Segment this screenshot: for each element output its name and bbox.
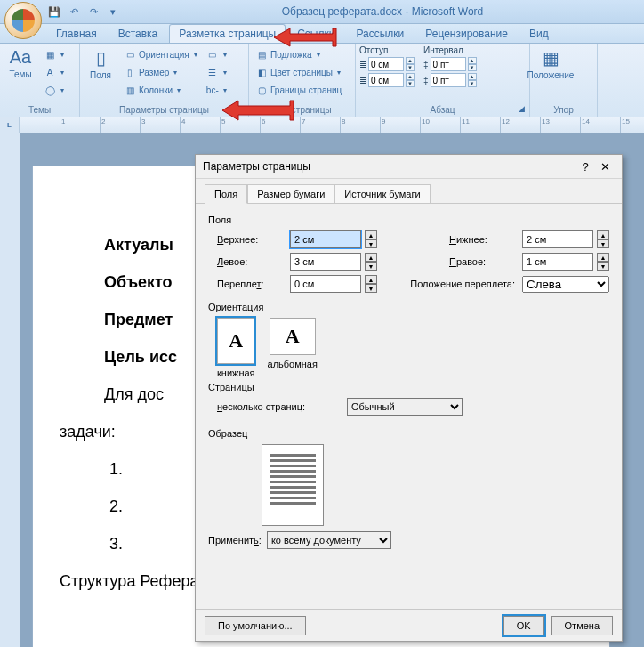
group-arrange-label: Упор [534,105,593,117]
spin-up[interactable]: ▲ [468,73,477,80]
indent-right-icon: ≣ [359,76,366,85]
spin-up[interactable]: ▲ [365,275,377,284]
dialog-tab-margins[interactable]: Поля [205,184,247,204]
tab-mailings[interactable]: Рассылки [346,24,414,43]
spacing-after-icon: ‡ [423,76,429,85]
section-margins-label: Поля [208,214,609,225]
effects-icon: ◯ [44,85,56,95]
page-setup-dialog: Параметры страницы ? ✕ Поля Размер бумаг… [195,154,623,642]
spin-down[interactable]: ▼ [365,284,377,293]
hyphenation-button[interactable]: bc‐ [204,82,229,99]
right-margin-label: Правое: [449,256,519,267]
top-margin-input[interactable] [290,230,361,248]
tab-insert[interactable]: Вставка [109,24,168,43]
page-setup-launcher[interactable]: ◢ [234,102,246,115]
spin-up[interactable]: ▲ [406,73,415,80]
page-borders-button[interactable]: ▢Границы страниц [253,82,344,99]
spin-down[interactable]: ▼ [468,80,477,87]
gutter-input[interactable] [290,275,361,293]
spin-up[interactable]: ▲ [468,57,477,64]
dialog-title: Параметры страницы [203,160,576,173]
cancel-button[interactable]: Отмена [551,616,613,635]
tab-page-layout[interactable]: Разметка страницы [169,24,286,43]
qat-undo-icon[interactable]: ↶ [66,4,82,20]
palette-icon: ▦ [44,50,56,60]
theme-colors-button[interactable]: ▦ [41,46,67,63]
close-button[interactable]: ✕ [595,160,615,174]
tab-references[interactable]: Ссылки [287,24,344,43]
indent-title: Отступ [359,45,415,55]
spin-down[interactable]: ▼ [406,80,415,87]
left-margin-input[interactable] [290,253,361,271]
dialog-tab-source[interactable]: Источник бумаги [334,184,430,204]
tab-home[interactable]: Главная [46,24,107,43]
apply-to-select[interactable]: ко всему документу [267,531,391,549]
watermark-icon: ▤ [255,50,268,60]
ruler-corner[interactable]: L [0,117,20,133]
spin-up[interactable]: ▲ [406,57,415,64]
office-button[interactable] [4,2,42,39]
spin-down[interactable]: ▼ [597,262,609,271]
spin-down[interactable]: ▼ [365,262,377,271]
spin-up[interactable]: ▲ [597,230,609,239]
columns-icon: ▥ [124,85,136,95]
columns-button[interactable]: ▥Колонки [121,82,200,99]
page-color-icon: ◧ [255,68,268,77]
top-margin-label: Верхнее: [217,234,286,245]
size-button[interactable]: ▯Размер [121,64,200,81]
orientation-icon: ▭ [124,50,136,60]
doc-line-4: Цель исс [104,348,177,366]
watermark-button[interactable]: ▤Подложка [253,46,344,63]
spin-down[interactable]: ▼ [597,239,609,248]
qat-customize-icon[interactable]: ▾ [105,4,121,20]
page-color-button[interactable]: ◧Цвет страницы [253,64,344,81]
orientation-portrait[interactable]: A книжная [217,318,255,378]
font-icon: A [44,68,56,77]
spacing-before-input[interactable] [431,57,466,71]
ok-button[interactable]: OK [503,616,544,635]
help-button[interactable]: ? [576,160,595,174]
tab-review[interactable]: Рецензирование [415,24,518,43]
qat-redo-icon[interactable]: ↷ [85,4,101,20]
group-paragraph-label: Абзац [359,105,526,117]
borders-icon: ▢ [255,85,268,95]
default-button[interactable]: По умолчанию... [205,616,306,635]
right-margin-input[interactable] [522,253,593,271]
margins-button[interactable]: ▯ Поля [84,45,117,105]
indent-left-icon: ≣ [359,60,366,69]
theme-effects-button[interactable]: ◯ [41,82,67,99]
spin-up[interactable]: ▲ [365,253,377,262]
preview-thumbnail [262,444,324,526]
line-numbers-button[interactable]: ☰ [204,64,229,81]
position-icon: ▦ [543,47,559,69]
position-button[interactable]: ▦ Положение [534,45,568,105]
indent-right-input[interactable] [368,73,404,87]
orientation-landscape[interactable]: A альбомная [268,318,318,378]
size-icon: ▯ [124,68,136,77]
spacing-after-input[interactable] [431,73,466,87]
section-pages-label: Страницы [208,382,609,392]
bottom-margin-input[interactable] [522,230,593,248]
spin-up[interactable]: ▲ [597,253,609,262]
dialog-tab-paper[interactable]: Размер бумаги [247,184,334,204]
gutter-pos-select[interactable]: Слева [522,276,609,293]
landscape-icon: A [270,318,316,355]
spin-down[interactable]: ▼ [468,64,477,71]
breaks-button[interactable]: ▭ [204,46,229,63]
vertical-ruler[interactable] [0,133,20,647]
spin-down[interactable]: ▼ [365,239,377,248]
margins-icon: ▯ [96,47,106,69]
doc-line-3: Предмет [104,311,173,328]
paragraph-launcher[interactable]: ◢ [515,102,527,115]
horizontal-ruler[interactable]: L 123456789101112131415 [0,117,644,133]
group-page-bg-label: Фон страницы [253,105,351,117]
spin-down[interactable]: ▼ [406,64,415,71]
tab-view[interactable]: Вид [519,24,559,43]
orientation-button[interactable]: ▭Ориентация [121,46,200,63]
spin-up[interactable]: ▲ [365,230,377,239]
qat-save-icon[interactable]: 💾 [46,4,62,20]
multi-pages-select[interactable]: Обычный [347,398,463,416]
theme-fonts-button[interactable]: A [41,64,67,81]
indent-left-input[interactable] [368,57,404,71]
themes-button[interactable]: Aa Темы [4,45,37,105]
